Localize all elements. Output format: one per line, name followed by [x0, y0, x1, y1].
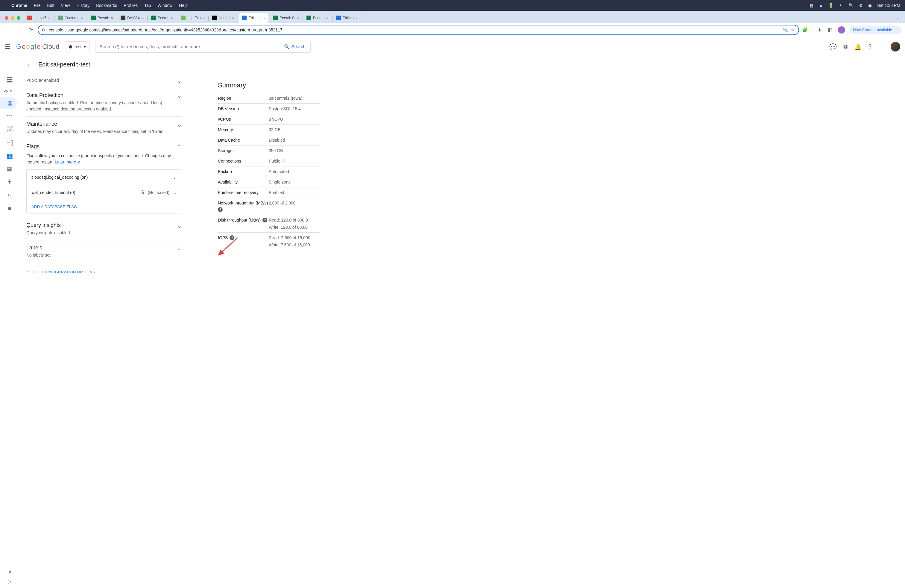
close-window-icon[interactable] [5, 16, 8, 20]
sidebar-item-connections[interactable]: →] [0, 137, 17, 148]
cloudshell-icon[interactable]: ⧉ [843, 43, 848, 50]
sidebar-item-overview[interactable]: ▦ [0, 97, 17, 109]
close-tab-icon[interactable]: × [48, 16, 51, 21]
close-tab-icon[interactable]: × [356, 16, 358, 21]
sidebar-item-replicas[interactable]: ⎌ [0, 189, 17, 201]
menubar-icon[interactable]: ▦ [810, 3, 813, 8]
help-icon[interactable]: ? [262, 218, 267, 222]
browser-tab[interactable]: Editing× [333, 13, 360, 23]
tabs-dropdown-icon[interactable]: ⌄ [894, 16, 902, 23]
learn-more-link[interactable]: Learn more ⬈ [55, 160, 81, 164]
browser-tab[interactable]: Peerdb C× [270, 13, 302, 23]
control-center-icon[interactable]: ⚙ [859, 3, 863, 8]
bookmark-icon[interactable]: ☆ [791, 27, 795, 32]
more-icon[interactable]: ⋮ [878, 43, 884, 50]
delete-icon[interactable]: 🗑 [140, 190, 145, 195]
add-flag-button[interactable]: ADD A DATABASE FLAG [27, 200, 182, 213]
mac-app-name[interactable]: Chrome [11, 3, 27, 8]
close-tab-icon[interactable]: × [297, 16, 299, 21]
chevron-down-icon[interactable]: ⌄ [172, 189, 177, 196]
project-picker[interactable]: ⬢ test ▾ [65, 41, 90, 52]
address-bar[interactable]: ⚙ console.cloud.google.com/sql/instances… [38, 25, 799, 35]
new-chrome-button[interactable]: New Chrome available ⋮ [849, 26, 902, 34]
new-tab-button[interactable]: + [361, 14, 370, 23]
marketplace-icon[interactable]: 🗎 [7, 569, 12, 575]
siri-icon[interactable]: ◉ [868, 3, 872, 8]
sidepanel-icon[interactable]: ◧ [828, 27, 834, 33]
chat-icon[interactable]: 💬 [829, 43, 837, 50]
hide-config-button[interactable]: ⌃ HIDE CONFIGURATION OPTIONS [26, 270, 182, 274]
browser-tab[interactable]: Log Exp× [178, 13, 208, 23]
wifi-icon[interactable]: ᯤ [839, 3, 843, 8]
search-input[interactable] [95, 44, 279, 49]
close-tab-icon[interactable]: × [203, 16, 205, 21]
site-info-icon[interactable]: ⚙ [42, 27, 46, 32]
close-tab-icon[interactable]: × [81, 16, 84, 21]
mac-menu-file[interactable]: File [34, 3, 41, 8]
chevron-down-icon[interactable]: ⌄ [172, 174, 177, 181]
window-controls[interactable] [3, 16, 23, 23]
chevron-down-icon[interactable]: ⌄ [177, 77, 182, 84]
mac-menu-tab[interactable]: Tab [144, 3, 151, 8]
sidebar-item-users[interactable]: 👥 [0, 150, 17, 162]
account-avatar[interactable] [891, 42, 900, 51]
minimize-window-icon[interactable] [11, 16, 14, 20]
battery-icon[interactable]: 🔋 [829, 3, 834, 8]
chevron-down-icon[interactable]: ⌄ [177, 92, 182, 99]
sidebar-item-operations[interactable]: ≡ [0, 202, 17, 215]
chevron-down-icon[interactable]: ⌄ [177, 222, 182, 229]
extensions-icon[interactable]: 🧩 [802, 27, 808, 33]
sidebar-item-databases[interactable]: ▦ [0, 163, 17, 175]
browser-tab[interactable]: DAIS24× [117, 13, 147, 23]
close-tab-icon[interactable]: × [232, 16, 235, 21]
mac-menu-help[interactable]: Help [179, 3, 187, 8]
close-tab-icon[interactable]: × [111, 16, 113, 21]
close-tab-icon[interactable]: × [171, 16, 173, 21]
profile-avatar[interactable] [838, 26, 845, 33]
download-icon[interactable]: ⬇ [818, 27, 824, 33]
browser-tab[interactable]: Peerdb× [148, 13, 176, 23]
reload-button[interactable]: ⟳ [26, 26, 35, 34]
chevron-down-icon[interactable]: ⌄ [177, 121, 182, 128]
back-button[interactable]: ← [3, 26, 12, 34]
mac-menu-profiles[interactable]: Profiles [124, 3, 138, 8]
mac-menu-window[interactable]: Window [158, 3, 173, 8]
close-tab-icon[interactable]: × [264, 16, 266, 21]
sidebar-item-insights[interactable]: 📈 [0, 123, 17, 135]
mac-menu-bookmarks[interactable]: Bookmarks [96, 3, 117, 8]
flag-row[interactable]: wal_sender_timeout (0) 🗑 (Not saved) ⌄ [27, 185, 182, 200]
close-tab-icon[interactable]: × [326, 16, 329, 21]
nav-menu-icon[interactable]: ☰ [5, 43, 11, 51]
browser-tab[interactable]: Peerdb× [303, 13, 332, 23]
browser-tab[interactable]: Edit sai-× [239, 13, 268, 23]
forward-button[interactable]: → [15, 26, 23, 34]
chevron-down-icon[interactable]: ⌄ [177, 245, 182, 252]
mac-menu-edit[interactable]: Edit [47, 3, 54, 8]
chevron-up-icon[interactable]: ⌃ [177, 143, 182, 151]
more-icon[interactable]: ⋮ [894, 27, 898, 32]
expand-rail-icon[interactable]: ▷ [8, 579, 11, 585]
notifications-icon[interactable]: 🔔 [854, 43, 862, 50]
browser-tab[interactable]: Conferen× [55, 13, 86, 23]
browser-tab[interactable]: Peerdb× [88, 13, 116, 23]
back-arrow-icon[interactable]: ← [26, 61, 33, 68]
browser-tab[interactable]: Inbox (5× [24, 13, 54, 23]
help-icon[interactable]: ? [218, 207, 223, 212]
help-icon[interactable]: ? [230, 235, 234, 240]
maximize-window-icon[interactable] [17, 16, 21, 20]
sidebar-item-monitoring[interactable]: 〰 [0, 110, 17, 122]
help-icon[interactable]: ? [868, 43, 872, 50]
mac-clock[interactable]: Sat 1:38 PM [877, 3, 900, 8]
google-cloud-logo[interactable]: Google Cloud [16, 43, 60, 51]
sql-product-icon[interactable] [5, 75, 14, 84]
close-tab-icon[interactable]: × [141, 16, 144, 21]
search-button[interactable]: 🔍 Search [279, 41, 311, 52]
browser-tab[interactable]: Home /× [209, 13, 237, 23]
zoom-icon[interactable]: 🔍 [783, 27, 788, 32]
mac-menu-history[interactable]: History [76, 3, 90, 8]
menubar-icon[interactable]: ▲ [819, 3, 823, 8]
flag-row[interactable]: cloudsql.logical_decoding (on) ⌄ [27, 170, 182, 185]
gcp-search[interactable]: 🔍 Search [95, 41, 311, 53]
sidebar-item-backups[interactable]: 🗄 [0, 176, 17, 188]
spotlight-icon[interactable]: 🔍 [848, 3, 854, 8]
